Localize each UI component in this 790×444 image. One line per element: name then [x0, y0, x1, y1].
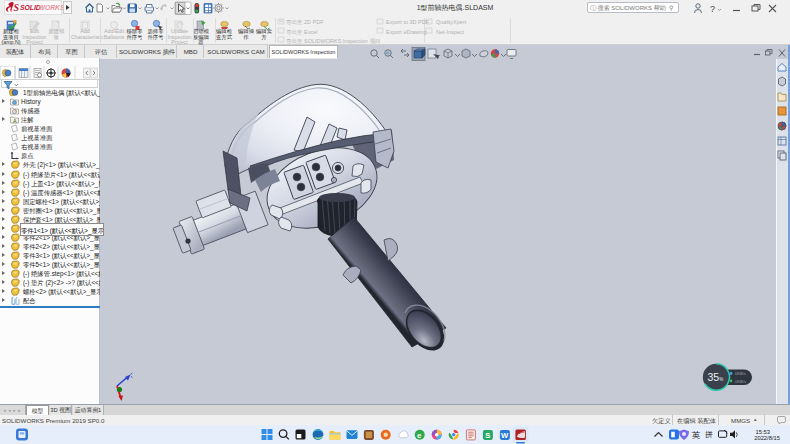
- svg-text:WORKS: WORKS: [39, 4, 66, 11]
- svg-text:15:53: 15:53: [755, 429, 770, 435]
- svg-text:0KB/s: 0KB/s: [735, 379, 746, 384]
- svg-text:W: W: [501, 431, 509, 440]
- svg-text:0KB/s: 0KB/s: [735, 371, 746, 376]
- svg-text:S: S: [485, 431, 490, 440]
- svg-text:e: e: [417, 431, 422, 440]
- svg-text:2022/8/15: 2022/8/15: [754, 435, 780, 441]
- svg-text:?: ?: [710, 4, 715, 14]
- svg-text:S: S: [14, 2, 20, 13]
- svg-text:拼: 拼: [705, 430, 713, 439]
- svg-text:A: A: [13, 118, 17, 124]
- svg-text:英: 英: [691, 430, 701, 440]
